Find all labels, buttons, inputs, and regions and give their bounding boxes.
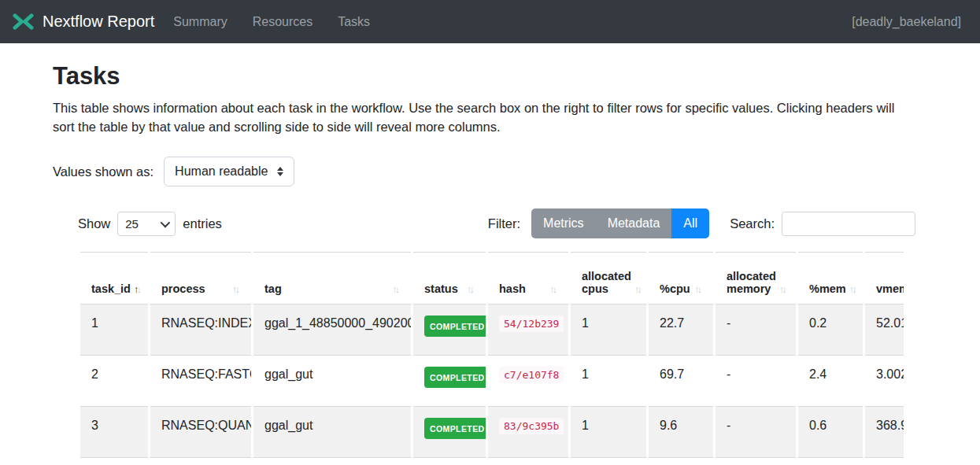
cell-tag: - — [253, 458, 411, 465]
column-label: task_id — [91, 282, 131, 295]
cell-allocated_memory: - — [716, 458, 796, 465]
sort-arrows-icon: ↑↓ — [694, 283, 702, 295]
column-label: status — [424, 282, 458, 295]
values-shown-select[interactable]: Human readable — [164, 157, 294, 186]
cell-vmem: 571.58 MB — [865, 458, 904, 465]
brand[interactable]: Nextflow Report — [13, 11, 154, 32]
filter-metrics-button[interactable]: Metrics — [531, 209, 596, 238]
filter-search-group: Filter: Metrics Metadata All Search: — [488, 209, 915, 238]
filter-button-group: Metrics Metadata All — [531, 209, 709, 238]
cell-vmem: 3.002 — [865, 356, 904, 407]
table-row: 1RNASEQ:INDEXggal_1_48850000_49020000COM… — [80, 304, 904, 356]
column-header-status[interactable]: status↑↓ — [413, 252, 486, 304]
cell-pmem: 2.4 — [798, 356, 863, 407]
cell-allocated_cpus: 1 — [571, 407, 646, 458]
cell-process: MULTIQC — [150, 458, 251, 465]
table-body: 1RNASEQ:INDEXggal_1_48850000_49020000COM… — [80, 304, 904, 465]
cell-process: RNASEQ:FASTQC — [150, 356, 251, 407]
brand-title: Nextflow Report — [43, 13, 154, 31]
entries-select[interactable]: 25 — [117, 212, 176, 236]
column-header-allocated_cpus[interactable]: allocated cpus↑↓ — [571, 252, 646, 304]
values-shown-selected: Human readable — [175, 164, 268, 179]
cell-pcpu: 22.7 — [649, 304, 713, 356]
chevron-down-icon — [161, 217, 171, 227]
sort-arrows-icon: ↑↓ — [549, 283, 557, 295]
column-header-hash[interactable]: hash↑↓ — [488, 252, 568, 304]
column-header-vmem[interactable]: vmem — [865, 252, 904, 304]
cell-process: RNASEQ:INDEX — [150, 304, 251, 356]
sort-arrows-icon: ↑↓ — [779, 283, 787, 295]
cell-pcpu: 69.7 — [649, 356, 713, 407]
sort-arrows-icon: ↑↓ — [849, 283, 857, 295]
hash-code: 54/12b239 — [499, 316, 564, 332]
table-row: 4MULTIQC-COMPLETED94/c235e1142.8-1.4571.… — [80, 458, 904, 465]
show-entries: Show 25 entries — [78, 212, 222, 236]
cell-tag: ggal_1_48850000_49020000 — [253, 304, 411, 356]
hash-code: c7/e107f8 — [499, 367, 564, 383]
search-input[interactable] — [782, 212, 915, 236]
main-content: Tasks This table shows information about… — [0, 62, 980, 465]
tasks-table: task_id↑↓process↑↓tag↑↓status↑↓hash↑↓all… — [78, 252, 904, 465]
cell-allocated_cpus: 1 — [571, 356, 646, 407]
table-row: 3RNASEQ:QUANTggal_gutCOMPLETED83/9c395b1… — [80, 407, 904, 458]
page-description: This table shows information about each … — [53, 98, 919, 136]
column-header-process[interactable]: process↑↓ — [150, 252, 251, 304]
hash-code: 83/9c395b — [499, 418, 564, 434]
column-label: hash — [499, 282, 526, 295]
column-header-tag[interactable]: tag↑↓ — [253, 252, 411, 304]
cell-pmem: 0.2 — [798, 304, 863, 356]
cell-allocated_cpus: 1 — [571, 458, 646, 465]
column-label: %mem — [809, 282, 846, 295]
column-header-pcpu[interactable]: %cpu↑↓ — [649, 252, 713, 304]
cell-task_id: 2 — [80, 356, 148, 407]
sort-arrows-icon: ↑↓ — [134, 283, 142, 295]
nav-links: Summary Resources Tasks — [173, 15, 370, 29]
status-badge: COMPLETED — [424, 316, 486, 337]
cell-task_id: 3 — [80, 407, 148, 458]
run-name: [deadly_baekeland] — [852, 15, 961, 29]
entries-selected: 25 — [125, 217, 139, 231]
tasks-table-wrapper[interactable]: task_id↑↓process↑↓tag↑↓status↑↓hash↑↓all… — [78, 252, 904, 465]
search-label: Search: — [730, 216, 775, 231]
values-shown-label: Values shown as: — [53, 164, 153, 179]
cell-pmem: 0.6 — [798, 407, 863, 458]
cell-status: COMPLETED — [413, 407, 486, 458]
column-label: tag — [264, 282, 282, 295]
sort-arrows-icon: ↑↓ — [467, 283, 475, 295]
updown-arrows-icon — [277, 167, 283, 176]
column-label: vmem — [876, 282, 904, 295]
cell-allocated_memory: - — [716, 407, 796, 458]
navbar: Nextflow Report Summary Resources Tasks … — [0, 0, 980, 43]
cell-allocated_memory: - — [716, 304, 796, 356]
cell-tag: ggal_gut — [253, 356, 411, 407]
sort-arrows-icon: ↑↓ — [232, 283, 240, 295]
show-label: Show — [78, 216, 110, 231]
cell-vmem: 368.95 MB — [865, 407, 904, 458]
status-badge: COMPLETED — [424, 418, 486, 439]
nav-link-tasks[interactable]: Tasks — [338, 15, 370, 29]
cell-hash: 94/c235e1 — [488, 458, 568, 465]
sort-arrows-icon: ↑↓ — [392, 283, 400, 295]
column-label: allocated memory — [727, 270, 776, 295]
column-label: allocated cpus — [582, 270, 631, 295]
table-row: 2RNASEQ:FASTQCggal_gutCOMPLETEDc7/e107f8… — [80, 356, 904, 407]
values-shown-row: Values shown as: Human readable — [53, 157, 927, 186]
cell-allocated_cpus: 1 — [571, 304, 646, 356]
nav-link-summary[interactable]: Summary — [173, 15, 227, 29]
column-header-allocated_memory[interactable]: allocated memory↑↓ — [716, 252, 796, 304]
column-header-task_id[interactable]: task_id↑↓ — [80, 252, 148, 304]
cell-status: COMPLETED — [413, 356, 486, 407]
column-header-pmem[interactable]: %mem↑↓ — [798, 252, 863, 304]
table-header: task_id↑↓process↑↓tag↑↓status↑↓hash↑↓all… — [80, 252, 904, 304]
cell-hash: c7/e107f8 — [488, 356, 568, 407]
status-badge: COMPLETED — [424, 367, 486, 388]
cell-allocated_memory: - — [716, 356, 796, 407]
entries-label: entries — [183, 216, 222, 231]
nav-link-resources[interactable]: Resources — [253, 15, 312, 29]
cell-tag: ggal_gut — [253, 407, 411, 458]
cell-process: RNASEQ:QUANT — [150, 407, 251, 458]
filter-all-button[interactable]: All — [671, 209, 709, 238]
nextflow-logo-icon — [13, 11, 34, 32]
filter-metadata-button[interactable]: Metadata — [596, 209, 672, 238]
filter-label: Filter: — [488, 216, 520, 231]
